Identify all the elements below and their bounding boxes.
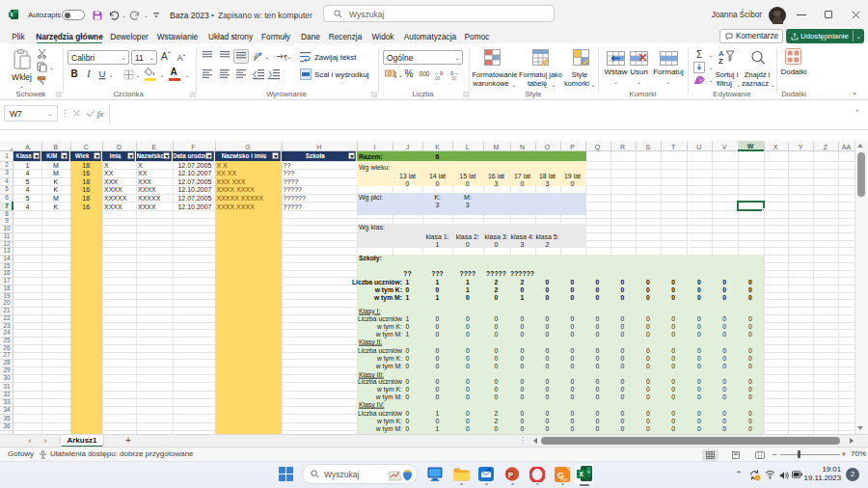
svg-text:ab: ab: [253, 51, 260, 60]
svg-text:.00: .00: [434, 76, 441, 81]
svg-text:P: P: [508, 471, 513, 479]
svg-text:.00: .00: [450, 76, 457, 81]
svg-text:PSP: PSP: [561, 478, 569, 482]
svg-text:Z: Z: [719, 57, 723, 66]
svg-text:X: X: [579, 471, 583, 477]
